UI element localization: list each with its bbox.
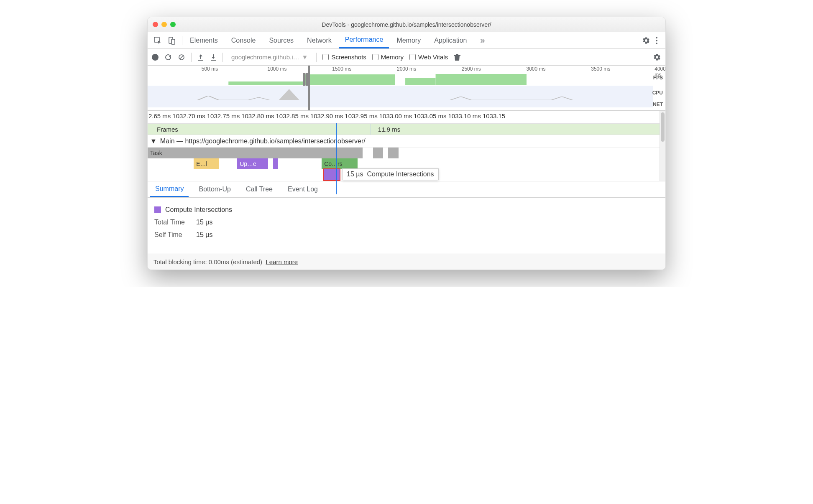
flame-update-block[interactable]: Up…e [237,158,268,169]
flame-tooltip: 15 µs Compute Intersections [342,168,438,180]
tab-sources[interactable]: Sources [263,32,299,48]
flame-update-block[interactable] [273,158,278,169]
recording-selector-label: googlechrome.github.i… [231,53,299,61]
svg-point-4 [656,40,657,41]
tab-elements[interactable]: Elements [184,32,224,48]
svg-rect-12 [436,74,527,85]
tab-network[interactable]: Network [301,32,337,48]
screenshots-checkbox[interactable]: Screenshots [322,53,366,61]
window-title: DevTools - googlechrome.github.io/sample… [148,21,665,28]
capture-settings-gear-icon[interactable] [653,53,661,61]
svg-rect-7 [198,60,203,61]
clear-button[interactable] [178,53,185,61]
flame-ruler-row: 2.65 ms 1032.70 ms 1032.75 ms 1032.80 ms… [148,111,665,181]
disclosure-triangle-icon[interactable]: ▼ [150,137,157,145]
detail-tab-bottomup[interactable]: Bottom-Up [194,181,235,197]
flame-composite-block[interactable]: Co…rs [322,158,358,169]
overview-cpu-lane [148,86,653,100]
summary-self-time-value: 15 µs [196,231,212,239]
inspect-element-icon[interactable] [153,36,162,45]
learn-more-link[interactable]: Learn more [266,258,298,265]
svg-rect-9 [228,81,304,85]
svg-point-5 [656,43,657,44]
svg-rect-2 [171,39,175,44]
flame-chart[interactable]: Task E…l Up…e Co…rs 15 µs [148,148,660,181]
overview-fps-label: FPS [653,75,663,81]
flame-ruler[interactable]: 2.65 ms 1032.70 ms 1032.75 ms 1032.80 ms… [148,111,660,123]
memory-checkbox[interactable]: Memory [372,53,404,61]
overview-fps-lane [148,73,653,86]
titlebar: DevTools - googlechrome.github.io/sample… [148,17,665,32]
frame-duration: 11.9 ms [378,126,400,133]
main-tabstrip: Elements Console Sources Network Perform… [148,32,665,49]
delete-recording-button[interactable] [454,53,460,61]
separator [316,53,317,62]
svg-rect-11 [405,78,435,85]
blocking-time-text: Total blocking time: 0.00ms (estimated) [153,258,262,265]
main-thread-header[interactable]: ▼ Main — https://googlechrome.github.io/… [148,135,660,148]
summary-total-time-value: 15 µs [196,219,212,226]
detail-tab-calltree[interactable]: Call Tree [241,181,278,197]
kebab-menu-icon[interactable] [652,36,661,45]
tab-memory[interactable]: Memory [391,32,427,48]
detail-tab-eventlog[interactable]: Event Log [283,181,323,197]
main-thread-title: Main — https://googlechrome.github.io/sa… [160,137,366,145]
summary-total-time-label: Total Time [154,219,192,226]
overview-viewport-handle[interactable] [308,66,310,110]
upload-profile-button[interactable] [197,53,204,61]
details-tabstrip: Summary Bottom-Up Call Tree Event Log [148,181,665,198]
tab-application[interactable]: Application [428,32,473,48]
svg-point-3 [656,37,657,38]
flame-selected-block[interactable] [324,169,340,180]
overview-net-lane [148,100,653,107]
flame-event-block[interactable]: E…l [194,158,219,169]
blocking-time-footer: Total blocking time: 0.00ms (estimated) … [148,254,665,270]
separator [191,53,192,62]
tabs-overflow-button[interactable]: » [474,32,491,48]
overview-timeline[interactable]: 500 ms 1000 ms 1500 ms 2000 ms 2500 ms 3… [148,66,665,111]
playhead[interactable] [336,123,337,194]
toggle-device-toolbar-icon[interactable] [168,36,176,45]
tab-console[interactable]: Console [225,32,262,48]
detail-tab-summary[interactable]: Summary [150,181,189,197]
frames-track[interactable]: Frames 11.9 ms [148,123,660,135]
svg-rect-8 [211,60,216,61]
tab-performance[interactable]: Performance [339,32,389,48]
summary-pane: Compute Intersections Total Time 15 µs S… [148,198,665,254]
event-color-swatch [154,206,161,213]
summary-self-time-label: Self Time [154,231,192,239]
devtools-window: DevTools - googlechrome.github.io/sample… [147,17,666,270]
reload-button[interactable] [164,53,172,61]
overview-ruler: 500 ms 1000 ms 1500 ms 2000 ms 2500 ms 3… [148,66,665,73]
settings-gear-icon[interactable] [642,36,650,45]
performance-toolbar: googlechrome.github.i… ▼ Screenshots Mem… [148,49,665,66]
download-profile-button[interactable] [210,53,217,61]
record-button[interactable] [152,54,159,61]
flame-task-block[interactable]: Task [148,148,363,158]
webvitals-checkbox[interactable]: Web Vitals [409,53,448,61]
overview-net-label: NET [653,102,663,107]
recording-selector[interactable]: googlechrome.github.i… ▼ [229,53,310,61]
vertical-scrollbar[interactable] [660,111,665,181]
flame-task-block[interactable] [373,148,383,158]
flame-task-block[interactable] [388,148,398,158]
separator [222,53,223,62]
svg-rect-10 [304,74,395,85]
summary-event-name: Compute Intersections [165,206,232,214]
overview-cpu-label: CPU [652,90,663,96]
separator [182,36,182,45]
frames-track-label: Frames [148,126,182,133]
